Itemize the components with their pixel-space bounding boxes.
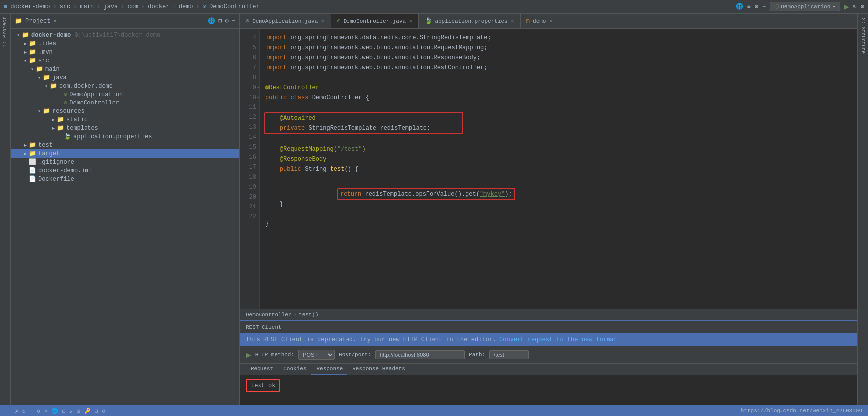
code-line-11 <box>265 103 851 112</box>
status-icon-9[interactable]: ⊡ <box>77 408 80 414</box>
dockerfile-name: Dockerfile <box>38 176 74 183</box>
run-rest-icon[interactable]: ▶ <box>246 349 251 360</box>
status-icon-3[interactable]: ← <box>29 408 33 414</box>
path-label: Path: <box>469 352 485 358</box>
tree-item-package[interactable]: ▾ 📁 com.docker.demo <box>11 82 239 90</box>
code-line-15: @RequestMapping("/test") <box>265 144 851 154</box>
tree-item-resources[interactable]: ▾ 📁 resources <box>11 107 239 115</box>
tab-demo-controller[interactable]: ⊙ DemoController.java ✕ <box>331 14 419 28</box>
tab-demo-maven[interactable]: m demo ✕ <box>521 14 559 28</box>
tab-response-headers[interactable]: Response Headers <box>347 364 410 375</box>
tree-item-test[interactable]: ▶ 📁 test <box>11 141 239 149</box>
chevron-down-icon: ▾ <box>832 3 836 10</box>
status-icon-10[interactable]: 🔑 <box>84 408 91 414</box>
status-icon-7[interactable]: ⊞ <box>62 408 66 414</box>
top-bar: ■ docker-demo › src › main › java › com … <box>0 0 868 14</box>
code-line-18 <box>265 174 851 184</box>
response-text: test ok <box>246 379 280 392</box>
project-panel: 📁 Project ▾ 🌐 ⊞ ⚙ − ▾ 📁 docker-demo G:\a… <box>11 14 240 405</box>
code-line-4: import org.springframework.data.redis.co… <box>265 33 851 43</box>
target-name: target <box>38 150 60 157</box>
gitignore-name: .gitignore <box>38 159 74 166</box>
tree-item-idea[interactable]: ▶ 📁 .idea <box>11 39 239 48</box>
rest-notice-link[interactable]: Convert request to the new format <box>499 336 617 343</box>
iml-icon: 📄 <box>29 167 36 174</box>
tree-item-static[interactable]: ▶ 📁 static <box>11 115 239 124</box>
static-folder-icon: 📁 <box>57 116 64 123</box>
tree-item-gitignore[interactable]: ▶ ⬜ .gitignore <box>11 158 239 166</box>
method-select[interactable]: POST GET PUT DELETE <box>298 350 335 360</box>
globe-panel-icon[interactable]: 🌐 <box>208 17 215 25</box>
tree-item-main[interactable]: ▾ 📁 main <box>11 65 239 73</box>
static-arrow: ▶ <box>50 117 57 123</box>
tab-app-props[interactable]: 🍃 application.properties ✕ <box>419 14 520 28</box>
tab-java-icon: ⊙ <box>246 17 249 25</box>
run-config[interactable]: ⬡ DemoApplication ▾ <box>770 2 840 11</box>
resources-folder-icon: 📁 <box>43 107 50 115</box>
settings-icon[interactable]: ⚙ <box>861 3 864 10</box>
minimize-icon[interactable]: − <box>762 3 766 10</box>
tree-item-demo-ctrl[interactable]: ▶ ⊙ DemoController <box>11 99 239 107</box>
tree-item-app-props[interactable]: ▶ 🍃 application.properties <box>11 132 239 141</box>
static-name: static <box>66 116 87 123</box>
code-content[interactable]: import org.springframework.data.redis.co… <box>260 29 857 309</box>
run-icon[interactable]: ▶ <box>844 2 849 12</box>
tab-demo-app-close[interactable]: ✕ <box>321 17 324 25</box>
status-icon-2[interactable]: ↻ <box>22 408 26 414</box>
sync-icon[interactable]: ↻ <box>853 3 857 10</box>
gear-panel-icon[interactable]: ⚙ <box>225 17 229 25</box>
tree-item-templates[interactable]: ▶ 📁 templates <box>11 124 239 132</box>
tree-item-iml[interactable]: ▶ 📄 docker-demo.iml <box>11 166 239 175</box>
project-name[interactable]: docker-demo <box>10 3 50 10</box>
layout-icon[interactable]: ⊞ <box>218 17 222 25</box>
tree-item-mvn[interactable]: ▶ 📁 .mvn <box>11 48 239 56</box>
globe-icon[interactable]: 🌐 <box>736 3 743 10</box>
list-icon[interactable]: ≡ <box>747 3 751 10</box>
status-icon-6[interactable]: 🌐 <box>51 408 58 414</box>
project-side-label[interactable]: 1: Project <box>2 17 8 47</box>
status-icon-11[interactable]: ⊟ <box>95 408 98 414</box>
editor-area: ⊙ DemoApplication.java ✕ ⊙ DemoControlle… <box>240 14 857 405</box>
editor-tabs: ⊙ DemoApplication.java ✕ ⊙ DemoControlle… <box>240 14 857 29</box>
tab-demo-application[interactable]: ⊙ DemoApplication.java ✕ <box>240 14 331 28</box>
status-icon-12[interactable]: ⚙ <box>102 408 106 414</box>
demo-app-name: DemoApplication <box>69 91 123 98</box>
tree-item-java[interactable]: ▾ 📁 java <box>11 73 239 82</box>
tree-item-dockerfile[interactable]: ▶ 📄 Dockerfile <box>11 175 239 183</box>
bc-file: ⊙ <box>203 3 206 10</box>
structure-label[interactable]: 2: Structure <box>860 18 866 54</box>
minimize-panel-icon[interactable]: − <box>232 17 235 25</box>
line-15: 15 ○ <box>240 142 256 152</box>
host-input[interactable] <box>375 350 465 359</box>
status-icon-5[interactable]: ↗ <box>44 408 47 414</box>
tab-request[interactable]: Request <box>246 364 278 375</box>
tab-response[interactable]: Response <box>311 364 347 375</box>
tree-root[interactable]: ▾ 📁 docker-demo G:\activiti7\docker-demo <box>11 31 239 39</box>
breadcrumb-sep: › <box>53 3 56 10</box>
tree-item-src[interactable]: ▾ 📁 src <box>11 56 239 65</box>
line-21: 21 <box>240 202 256 212</box>
code-line-9: @RestController <box>265 83 851 93</box>
editor-breadcrumb: DemoController › test() <box>240 309 857 320</box>
status-url[interactable]: https://blog.csdn.net/weixin_42603009 <box>741 408 862 414</box>
gear-icon[interactable]: ⚙ <box>755 3 758 10</box>
code-line-22: } <box>265 219 851 229</box>
code-line-5: import org.springframework.web.bind.anno… <box>265 43 851 53</box>
line-4: 4 <box>240 33 256 43</box>
bc-com: com <box>127 3 138 10</box>
code-line-14 <box>265 134 851 144</box>
status-icon-4[interactable]: ⚙ <box>37 408 40 414</box>
tree-item-target[interactable]: ▶ 📁 target <box>11 149 239 158</box>
path-input[interactable] <box>489 350 529 359</box>
highlight-autowired: @Autowired private StringRedisTemplate r… <box>264 112 463 134</box>
tab-app-props-label: application.properties <box>435 18 507 24</box>
status-icon-8[interactable]: ↙ <box>70 408 73 414</box>
line-8: 8 <box>240 73 256 83</box>
code-line-12: @Autowired <box>265 113 462 123</box>
tab-demo-ctrl-close[interactable]: ✕ <box>409 17 412 25</box>
status-icon-1[interactable]: ↗ <box>15 408 18 414</box>
tab-cookies[interactable]: Cookies <box>278 364 311 375</box>
tree-item-demo-app[interactable]: ▶ ⊙ DemoApplication <box>11 90 239 99</box>
tab-app-props-close[interactable]: ✕ <box>511 17 514 25</box>
tab-maven-close[interactable]: ✕ <box>549 17 552 25</box>
